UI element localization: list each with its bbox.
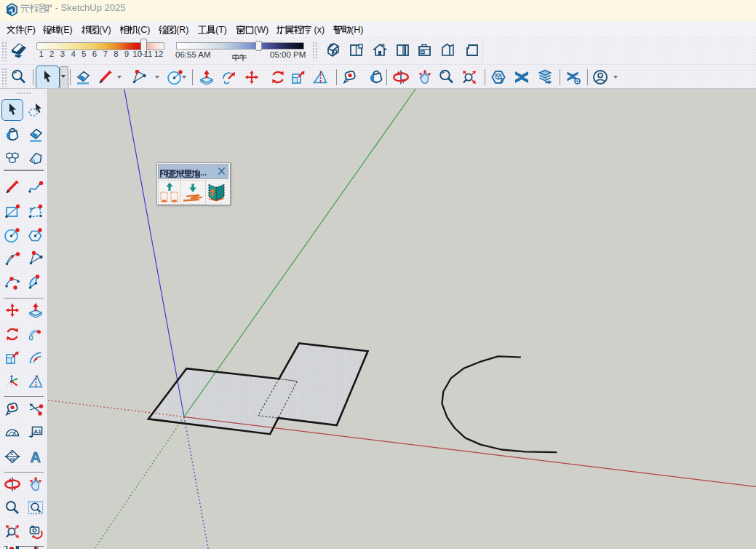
svg-text:AB: AB bbox=[9, 457, 15, 462]
svg-text:A1: A1 bbox=[34, 428, 42, 435]
svg-text:C: C bbox=[11, 451, 14, 456]
svg-text:A: A bbox=[31, 449, 41, 465]
